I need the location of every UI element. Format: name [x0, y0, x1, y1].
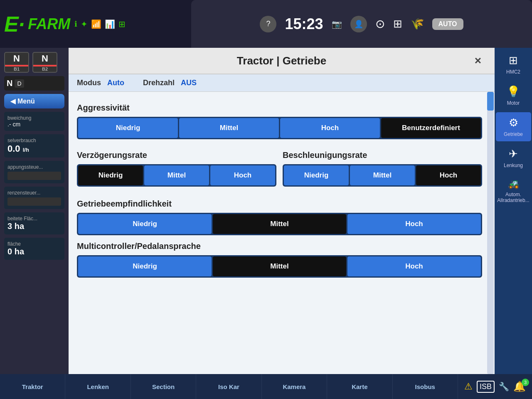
modal-title-bar: Tractor | Getriebe × — [69, 48, 495, 74]
scrollbar-track[interactable] — [487, 92, 494, 374]
gear-b2: N B2 — [32, 52, 57, 73]
right-btn-lenkung[interactable]: ✈ Lenkung — [496, 143, 531, 172]
main-content: Tractor | Getriebe × Modus Auto Drehzahl… — [69, 48, 495, 374]
logo-text: E· FARM — [4, 12, 70, 37]
right-sidebar: ⊞ HMC2 💡 Motor ⚙ Getriebe ✈ Lenkung 🚜 Au… — [495, 48, 532, 374]
sidebar-item-beiteteflaeche: beitete Fläc... 3 ha — [4, 212, 64, 234]
tools-icon: 🔧 — [499, 382, 509, 392]
getriebeempfindlichkeit-heading: Getriebeempfindlichkeit — [77, 199, 482, 209]
gear-nd-indicator: N D — [4, 76, 64, 91]
close-button[interactable]: × — [470, 54, 486, 67]
right-btn-allrad[interactable]: 🚜 Autom. Allradantrieb... — [496, 175, 531, 207]
beschleunigung-btn-hoch[interactable]: Hoch — [416, 165, 481, 185]
layers-icon: ⊞ — [393, 17, 402, 30]
tab-isobus[interactable]: Isobus — [393, 374, 458, 399]
aggressivitaet-btn-niedrig[interactable]: Niedrig — [78, 118, 178, 138]
two-col-rates: Verzögerungsrate Niedrig Mittel Hoch Bes… — [77, 145, 482, 193]
warning-icon: ⚠ — [464, 381, 473, 392]
logo-area: E· FARM ℹ ✦ 📶 📊 ⊞ — [0, 0, 191, 48]
tab-modus-label: Modus — [77, 79, 101, 87]
getriebe-icon: ⚙ — [509, 116, 518, 129]
tab-drehzahl-value: AUS — [181, 79, 197, 87]
aggressivitaet-btn-mittel[interactable]: Mittel — [179, 118, 279, 138]
verzoegerungsrate-heading: Verzögerungsrate — [77, 150, 276, 160]
verzoegerung-btn-hoch[interactable]: Hoch — [210, 165, 275, 185]
right-btn-hmc2[interactable]: ⊞ HMC2 — [496, 50, 531, 79]
multicontroller-btn-hoch[interactable]: Hoch — [347, 256, 481, 276]
getriebeempf-btn-niedrig[interactable]: Niedrig — [78, 214, 212, 234]
signal-icon: 📊 — [105, 19, 115, 29]
top-mode-tabs: Modus Auto Drehzahl AUS — [69, 74, 495, 92]
bottom-right-icons: ⚠ ISB 🔧 🔔 3 — [458, 374, 532, 399]
speedometer-icon: ⊙ — [375, 17, 385, 31]
multicontroller-btn-niedrig[interactable]: Niedrig — [78, 256, 212, 276]
info-icon: ℹ — [74, 20, 77, 29]
logo-icons: ℹ ✦ 📶 📊 ⊞ — [74, 19, 126, 29]
getriebeempfindlichkeit-btn-group: Niedrig Mittel Hoch — [77, 213, 482, 235]
lenkung-icon: ✈ — [509, 148, 518, 160]
isb-icon: ISB — [477, 381, 495, 393]
modal-title: Tractor | Getriebe — [94, 54, 470, 67]
wifi-icon: 📶 — [91, 19, 101, 29]
aggressivitaet-btn-group: Niedrig Mittel Hoch Benutzerdefiniert — [77, 117, 482, 139]
tab-modus-value: Auto — [107, 79, 124, 87]
verzoegerung-btn-niedrig[interactable]: Niedrig — [78, 165, 143, 185]
tab-lenken[interactable]: Lenken — [65, 374, 131, 399]
sidebar-item-appungssteue: appungssteue... — [4, 161, 64, 183]
right-btn-motor[interactable]: 💡 Motor — [496, 81, 531, 110]
allrad-icon: 🚜 — [508, 179, 519, 190]
farm-icon: 🌾 — [411, 17, 424, 30]
aggressivitaet-btn-hoch[interactable]: Hoch — [280, 118, 380, 138]
user-button[interactable]: 👤 — [350, 16, 367, 32]
satellite-icon: ✦ — [81, 19, 88, 29]
multicontroller-btn-group: Niedrig Mittel Hoch — [77, 255, 482, 278]
sidebar-item-renzensteuer: renzensteuer... — [4, 187, 64, 209]
tab-karte[interactable]: Karte — [327, 374, 392, 399]
sidebar-item-bweichung: bweichung .- cm — [4, 112, 64, 131]
grid-icon: ⊞ — [118, 19, 126, 29]
chevron-left-icon: ◀ — [10, 97, 15, 105]
right-btn-getriebe[interactable]: ⚙ Getriebe — [496, 112, 531, 141]
modal-scroll-area[interactable]: Aggressivität Niedrig Mittel Hoch Benutz… — [69, 92, 495, 374]
verzoegerungsrate-col: Verzögerungsrate Niedrig Mittel Hoch — [77, 145, 276, 193]
getriebeempf-btn-hoch[interactable]: Hoch — [347, 214, 481, 234]
aggressivitaet-btn-benutzerdefiniert[interactable]: Benutzerdefiniert — [381, 118, 481, 138]
auto-button[interactable]: AUTO — [432, 18, 463, 30]
notification-badge[interactable]: 🔔 3 — [513, 381, 526, 392]
sidebar-item-selverbrauch: selverbrauch 0.0 l/h — [4, 134, 64, 158]
scrollbar-thumb[interactable] — [487, 92, 494, 111]
beschleunigungsrate-col: Beschleunigungsrate Niedrig Mittel Hoch — [283, 145, 482, 193]
tab-traktor[interactable]: Traktor — [0, 374, 65, 399]
gear-b1: N B1 — [4, 52, 29, 73]
section-aggressivitaet-heading: Aggressivität — [77, 103, 482, 113]
tab-section[interactable]: Section — [131, 374, 196, 399]
beschleunigungsrate-btn-group: Niedrig Mittel Hoch — [283, 164, 482, 187]
verzoegerungsrate-btn-group: Niedrig Mittel Hoch — [77, 164, 276, 187]
beschleunigung-btn-mittel[interactable]: Mittel — [350, 165, 415, 185]
beschleunigungsrate-heading: Beschleunigungsrate — [283, 150, 482, 160]
verzoegerung-btn-mittel[interactable]: Mittel — [144, 165, 209, 185]
tab-kamera[interactable]: Kamera — [262, 374, 327, 399]
help-button[interactable]: ? — [260, 16, 276, 32]
beschleunigung-btn-niedrig[interactable]: Niedrig — [284, 165, 349, 185]
menu-button[interactable]: ◀ Menü — [4, 94, 64, 108]
hmc2-icon: ⊞ — [509, 54, 518, 67]
time-display: 15:23 — [285, 15, 323, 33]
tab-isokar[interactable]: Iso Kar — [196, 374, 261, 399]
gear-indicators: N B1 N B2 — [4, 52, 64, 73]
getriebeempf-btn-mittel[interactable]: Mittel — [213, 214, 346, 234]
top-bar: E· FARM ℹ ✦ 📶 📊 ⊞ ? 15:23 📷 👤 ⊙ ⊞ 🌾 AUTO — [0, 0, 532, 48]
sidebar-item-flaeche: fläche 0 ha — [4, 238, 64, 260]
motor-icon: 💡 — [507, 85, 520, 98]
multicontroller-btn-mittel[interactable]: Mittel — [213, 256, 346, 276]
center-top-bar: ? 15:23 📷 👤 ⊙ ⊞ 🌾 AUTO — [191, 0, 532, 48]
tab-drehzahl-label: Drehzahl — [143, 79, 175, 87]
camera-icon: 📷 — [332, 19, 342, 29]
left-sidebar: N B1 N B2 N D ◀ Menü bweichung .- cm sel… — [0, 48, 69, 374]
bottom-tab-bar: Traktor Lenken Section Iso Kar Kamera Ka… — [0, 374, 532, 399]
multicontroller-heading: Multicontroller/Pedalansprache — [77, 241, 482, 251]
